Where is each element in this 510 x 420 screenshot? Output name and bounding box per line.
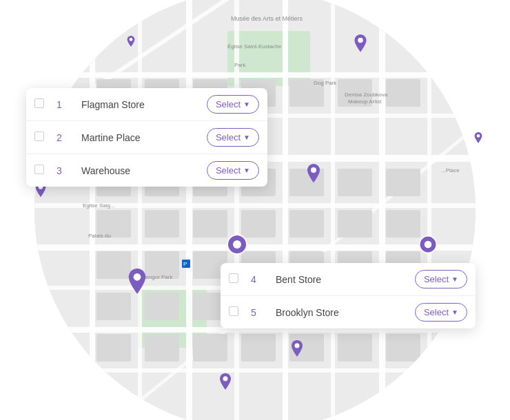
svg-text:Makeup Artist: Makeup Artist bbox=[348, 98, 382, 105]
chevron-down-icon: ▼ bbox=[243, 134, 250, 141]
svg-text:Eglise Saig...: Eglise Saig... bbox=[83, 202, 115, 209]
svg-rect-18 bbox=[427, 0, 431, 420]
svg-rect-11 bbox=[90, 0, 95, 420]
svg-text:P: P bbox=[183, 261, 187, 267]
svg-rect-63 bbox=[338, 334, 372, 361]
table-row: 5 Brooklyn Store Select ▼ bbox=[221, 296, 476, 329]
svg-rect-41 bbox=[289, 210, 324, 238]
table-row: 2 Martine Place Select ▼ bbox=[26, 121, 267, 154]
row-store-name: Brooklyn Store bbox=[267, 296, 385, 329]
row-checkbox-cell bbox=[221, 296, 243, 329]
svg-point-77 bbox=[130, 38, 133, 41]
select-label: Select bbox=[424, 274, 449, 284]
svg-rect-59 bbox=[145, 334, 179, 361]
row-checkbox[interactable] bbox=[34, 98, 44, 108]
svg-rect-17 bbox=[379, 0, 385, 420]
row-action-cell: Select ▼ bbox=[183, 121, 267, 154]
svg-point-86 bbox=[425, 241, 432, 249]
chevron-down-icon: ▼ bbox=[451, 308, 458, 316]
svg-rect-64 bbox=[386, 334, 420, 361]
select-label: Select bbox=[424, 307, 449, 317]
svg-text:Palais du: Palais du bbox=[88, 233, 111, 239]
svg-rect-43 bbox=[386, 210, 420, 238]
svg-rect-58 bbox=[96, 334, 131, 361]
select-button[interactable]: Select ▼ bbox=[207, 161, 259, 180]
row-checkbox-cell bbox=[26, 121, 48, 154]
row-action-cell: Select ▼ bbox=[183, 154, 267, 187]
select-button[interactable]: Select ▼ bbox=[415, 303, 467, 322]
row-action-cell: Select ▼ bbox=[183, 88, 267, 121]
row-checkbox-cell bbox=[26, 88, 48, 121]
svg-text:Dog Park: Dog Park bbox=[314, 80, 337, 86]
svg-point-84 bbox=[233, 240, 241, 249]
panel-bottom: 4 Bent Store Select ▼ 5 Brooklyn Store S… bbox=[221, 263, 476, 328]
svg-point-87 bbox=[134, 273, 141, 281]
row-checkbox-cell bbox=[26, 154, 48, 187]
map-pin-1[interactable] bbox=[125, 36, 136, 52]
svg-rect-60 bbox=[193, 334, 227, 361]
row-number: 3 bbox=[48, 154, 73, 187]
row-store-name: Flagman Store bbox=[73, 88, 183, 121]
map-pin-7[interactable] bbox=[225, 233, 249, 259]
map-circle: Musée des Arts et Métiers Église Saint-E… bbox=[34, 0, 476, 420]
row-number: 2 bbox=[48, 121, 73, 154]
row-checkbox[interactable] bbox=[34, 165, 44, 174]
row-number: 5 bbox=[243, 296, 267, 329]
row-store-name: Warehouse bbox=[73, 154, 183, 187]
row-checkbox[interactable] bbox=[229, 306, 238, 316]
chevron-down-icon: ▼ bbox=[451, 275, 458, 283]
store-table-top: 1 Flagman Store Select ▼ 2 Martine Place… bbox=[26, 88, 267, 187]
table-row: 4 Bent Store Select ▼ bbox=[221, 263, 476, 296]
svg-text:...Place: ...Place bbox=[441, 167, 460, 174]
map-pin-6[interactable] bbox=[304, 164, 323, 190]
svg-rect-42 bbox=[338, 210, 372, 238]
svg-rect-39 bbox=[193, 210, 227, 238]
row-number: 4 bbox=[243, 263, 267, 296]
row-store-name: Martine Place bbox=[73, 121, 183, 154]
svg-rect-16 bbox=[331, 0, 335, 420]
svg-rect-12 bbox=[138, 0, 142, 420]
map-container: Musée des Arts et Métiers Église Saint-E… bbox=[0, 0, 510, 420]
svg-text:Park: Park bbox=[234, 62, 246, 68]
svg-point-89 bbox=[223, 377, 228, 381]
select-button[interactable]: Select ▼ bbox=[207, 128, 259, 147]
row-checkbox[interactable] bbox=[229, 273, 238, 283]
select-button[interactable]: Select ▼ bbox=[415, 270, 467, 288]
map-pin-8[interactable] bbox=[418, 234, 438, 258]
store-table-bottom: 4 Bent Store Select ▼ 5 Brooklyn Store S… bbox=[221, 263, 476, 328]
svg-point-79 bbox=[477, 134, 480, 138]
select-button[interactable]: Select ▼ bbox=[207, 95, 259, 114]
svg-text:Musée des Arts et Métiers: Musée des Arts et Métiers bbox=[231, 15, 303, 22]
table-row: 3 Warehouse Select ▼ bbox=[26, 154, 267, 187]
svg-point-88 bbox=[295, 344, 300, 348]
map-pin-2[interactable] bbox=[351, 34, 369, 59]
svg-rect-61 bbox=[241, 334, 276, 361]
select-label: Select bbox=[216, 165, 241, 176]
row-checkbox[interactable] bbox=[34, 132, 44, 141]
map-pin-11[interactable] bbox=[217, 373, 234, 397]
row-action-cell: Select ▼ bbox=[385, 263, 476, 296]
svg-rect-35 bbox=[338, 169, 372, 196]
svg-rect-7 bbox=[34, 244, 476, 251]
svg-rect-38 bbox=[145, 210, 179, 238]
svg-rect-10 bbox=[34, 368, 476, 372]
map-streets: Musée des Arts et Métiers Église Saint-E… bbox=[34, 0, 476, 420]
chevron-down-icon: ▼ bbox=[243, 167, 250, 174]
chevron-down-icon: ▼ bbox=[243, 101, 250, 108]
svg-text:Église Saint-Eustache: Église Saint-Eustache bbox=[227, 43, 282, 50]
row-store-name: Bent Store bbox=[267, 263, 385, 296]
map-pin-9[interactable] bbox=[124, 269, 150, 303]
select-label: Select bbox=[216, 132, 241, 143]
map-pin-10[interactable] bbox=[289, 340, 305, 364]
table-row: 1 Flagman Store Select ▼ bbox=[26, 88, 267, 121]
select-label: Select bbox=[216, 99, 241, 109]
row-action-cell: Select ▼ bbox=[385, 296, 476, 329]
panel-top: 1 Flagman Store Select ▼ 2 Martine Place… bbox=[26, 88, 267, 187]
svg-text:Denisa Zoubkova: Denisa Zoubkova bbox=[345, 92, 388, 98]
row-checkbox-cell bbox=[221, 263, 243, 296]
svg-point-78 bbox=[358, 38, 363, 43]
row-number: 1 bbox=[48, 88, 73, 121]
map-pin-3[interactable] bbox=[473, 132, 484, 149]
svg-rect-29 bbox=[386, 79, 420, 107]
svg-rect-36 bbox=[386, 169, 420, 196]
